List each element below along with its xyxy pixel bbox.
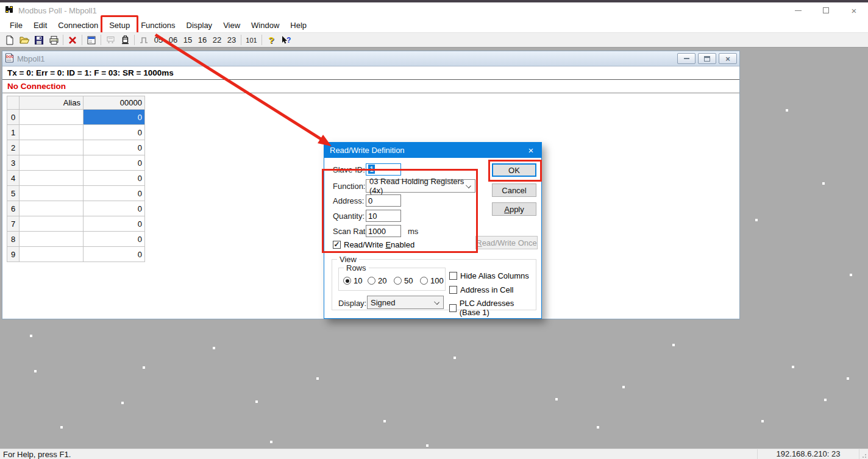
help-icon[interactable]: ? — [264, 33, 279, 48]
cancel-button[interactable]: Cancel — [492, 183, 536, 197]
alias-cell[interactable] — [20, 201, 84, 216]
value-cell[interactable]: 0 — [84, 140, 145, 155]
main-titlebar[interactable]: Modbus Poll - Mbpoll1 × — [0, 2, 868, 18]
context-help-icon[interactable]: ? — [279, 33, 293, 48]
function-label: Function: — [333, 182, 365, 191]
resize-grip[interactable] — [859, 449, 868, 459]
function-15-button[interactable]: 15 — [180, 35, 195, 44]
alias-cell[interactable] — [20, 125, 84, 140]
table-row: 6 0 — [7, 201, 145, 216]
new-file-icon[interactable] — [2, 33, 17, 48]
menu-functions[interactable]: Functions — [135, 19, 180, 32]
menu-setup[interactable]: Setup — [104, 19, 135, 32]
value-cell[interactable]: 0 — [84, 155, 145, 171]
menu-display[interactable]: Display — [181, 19, 218, 32]
dialog-titlebar[interactable]: Read/Write Definition × — [324, 143, 541, 158]
function-22-button[interactable]: 22 — [210, 35, 224, 44]
rows-group-label: Rows — [344, 263, 369, 272]
value-cell[interactable]: 0 — [84, 232, 145, 247]
hide-alias-columns-checkbox[interactable]: Hide Alias Columns — [449, 271, 529, 280]
menu-edit[interactable]: Edit — [28, 19, 52, 32]
quantity-input[interactable] — [366, 210, 401, 222]
save-icon[interactable] — [32, 33, 46, 48]
maximize-button[interactable] — [812, 2, 840, 18]
connection-status: No Connection — [2, 80, 739, 93]
function-dropdown[interactable]: 03 Read Holding Registers (4x) — [366, 179, 475, 193]
child-titlebar[interactable]: DOC Mbpoll1 × — [2, 51, 739, 66]
alias-cell[interactable] — [20, 216, 84, 232]
function-06-button[interactable]: 06 — [166, 35, 180, 44]
scan-rate-input[interactable] — [366, 225, 401, 237]
function-16-button[interactable]: 16 — [195, 35, 210, 44]
checkbox-icon — [449, 304, 457, 312]
address-in-cell-checkbox[interactable]: Address in Cell — [449, 285, 513, 294]
chevron-down-icon — [434, 299, 439, 305]
value-cell[interactable]: 0 — [84, 186, 145, 201]
display-dropdown[interactable]: Signed — [367, 296, 444, 309]
value-cell[interactable]: 0 — [84, 171, 145, 186]
table-row: 8 0 — [7, 232, 145, 247]
communication-icon[interactable] — [118, 33, 132, 48]
apply-button[interactable]: Apply — [492, 202, 536, 216]
minimize-button[interactable] — [784, 2, 812, 18]
rows-radio-10[interactable]: 10 — [343, 276, 362, 285]
alias-cell[interactable] — [20, 247, 84, 262]
read-write-enabled-checkbox[interactable]: ✓ Read/Write Enabled — [333, 240, 414, 249]
child-minimize-button[interactable] — [677, 53, 695, 64]
radio-icon — [343, 277, 351, 285]
poll-definition-icon[interactable] — [103, 33, 118, 48]
child-window-title: Mbpoll1 — [17, 54, 675, 63]
child-close-button[interactable]: × — [719, 53, 737, 64]
grid-corner-cell — [7, 96, 20, 110]
value-cell[interactable]: 0 — [84, 201, 145, 216]
delete-icon[interactable] — [65, 33, 80, 48]
dialog-close-icon[interactable]: × — [521, 143, 541, 158]
window-title: Modbus Poll - Mbpoll1 — [18, 6, 97, 15]
menu-window[interactable]: Window — [246, 19, 285, 32]
rows-radio-100[interactable]: 100 — [420, 276, 444, 285]
pulse-icon[interactable] — [137, 33, 151, 48]
toolbar: 05 06 15 16 22 23 101 ? ? — [0, 32, 868, 48]
value-cell[interactable]: 0 — [84, 216, 145, 232]
alias-cell[interactable] — [20, 155, 84, 171]
menu-connection[interactable]: Connection — [52, 19, 104, 32]
menubar: File Edit Connection Setup Functions Dis… — [0, 18, 868, 32]
alias-cell[interactable] — [20, 171, 84, 186]
function-05-button[interactable]: 05 — [151, 35, 166, 44]
print-icon[interactable] — [46, 33, 61, 48]
table-row: 4 0 — [7, 171, 145, 186]
statusbar: For Help, press F1. 192.168.6.210: 23 — [0, 449, 868, 459]
slave-id-label: Slave ID: — [333, 165, 365, 174]
dialog-title: Read/Write Definition — [330, 146, 521, 155]
alias-cell[interactable] — [20, 232, 84, 247]
child-restore-button[interactable] — [698, 53, 716, 64]
menu-view[interactable]: View — [218, 19, 246, 32]
dialog-body: Slave ID: 1 Function: 03 Read Holding Re… — [324, 158, 541, 318]
display-definition-icon[interactable] — [84, 33, 99, 48]
function-23-button[interactable]: 23 — [224, 35, 239, 44]
plc-addresses-checkbox[interactable]: PLC Addresses (Base 1) — [449, 299, 536, 317]
status-connection-address: 192.168.6.210: 23 — [757, 449, 859, 459]
function-101-button[interactable]: 101 — [243, 37, 260, 44]
address-input[interactable] — [366, 194, 401, 207]
close-button[interactable]: × — [840, 2, 868, 18]
menu-file[interactable]: File — [4, 19, 28, 32]
ok-button[interactable]: OK — [492, 163, 536, 177]
open-file-icon[interactable] — [17, 33, 32, 48]
menu-help[interactable]: Help — [285, 19, 312, 32]
slave-id-input[interactable]: 1 — [366, 163, 401, 176]
read-write-once-button: Read/Write Once — [475, 236, 538, 249]
alias-cell[interactable] — [20, 186, 84, 201]
grid-header-address: 00000 — [84, 96, 145, 110]
status-help-text: For Help, press F1. — [0, 450, 757, 459]
value-cell[interactable]: 0 — [84, 125, 145, 140]
value-cell-selected[interactable]: 0 — [84, 110, 145, 125]
table-row: 5 0 — [7, 186, 145, 201]
rows-radio-20[interactable]: 20 — [368, 276, 386, 285]
document-icon: DOC — [5, 53, 14, 65]
value-cell[interactable]: 0 — [84, 247, 145, 262]
rows-radio-50[interactable]: 50 — [394, 276, 413, 285]
alias-cell[interactable] — [20, 140, 84, 155]
alias-cell[interactable] — [20, 110, 84, 125]
table-row: 1 0 — [7, 125, 145, 140]
